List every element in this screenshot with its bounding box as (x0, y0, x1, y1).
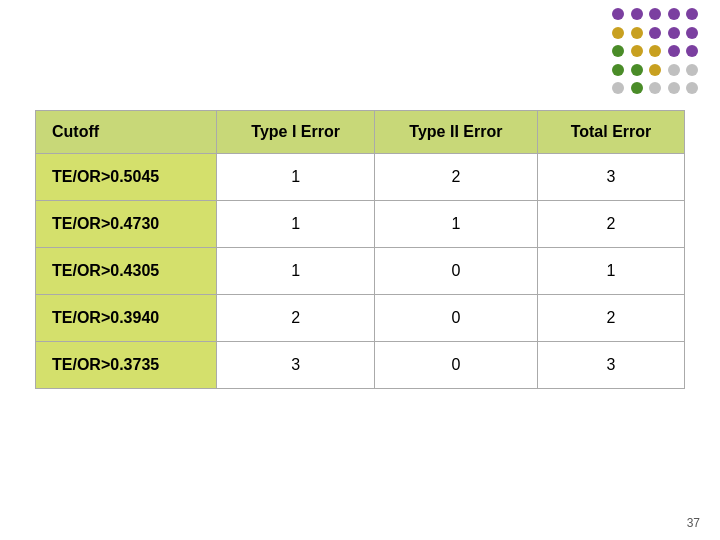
dot (686, 82, 698, 94)
cell-type2: 0 (374, 295, 537, 342)
table-header-row: Cutoff Type I Error Type II Error Total … (36, 111, 685, 154)
dot (686, 8, 698, 20)
dot (612, 45, 624, 57)
dot (668, 8, 680, 20)
dot (612, 8, 624, 20)
dot (631, 27, 643, 39)
header-type2: Type II Error (374, 111, 537, 154)
dot (612, 27, 624, 39)
dot (631, 45, 643, 57)
cell-type1: 1 (217, 201, 374, 248)
cell-type1: 1 (217, 248, 374, 295)
cell-total: 2 (537, 295, 684, 342)
cell-type1: 2 (217, 295, 374, 342)
dot (631, 82, 643, 94)
cell-type1: 1 (217, 154, 374, 201)
error-table: Cutoff Type I Error Type II Error Total … (35, 110, 685, 389)
table-row: TE/OR>0.3735303 (36, 342, 685, 389)
cell-total: 2 (537, 201, 684, 248)
dot (649, 8, 661, 20)
dot (668, 27, 680, 39)
cell-cutoff: TE/OR>0.3940 (36, 295, 217, 342)
dot (631, 8, 643, 20)
dot (649, 45, 661, 57)
dot (649, 82, 661, 94)
dot (612, 82, 624, 94)
cell-cutoff: TE/OR>0.5045 (36, 154, 217, 201)
dot (612, 64, 624, 76)
cell-total: 3 (537, 154, 684, 201)
table-row: TE/OR>0.4305101 (36, 248, 685, 295)
table-row: TE/OR>0.5045123 (36, 154, 685, 201)
data-table-container: Cutoff Type I Error Type II Error Total … (35, 110, 685, 389)
dot (631, 64, 643, 76)
dot (649, 64, 661, 76)
page-number: 37 (687, 516, 700, 530)
cell-cutoff: TE/OR>0.3735 (36, 342, 217, 389)
dot (649, 27, 661, 39)
cell-type1: 3 (217, 342, 374, 389)
dot (668, 64, 680, 76)
table-row: TE/OR>0.4730112 (36, 201, 685, 248)
cell-type2: 0 (374, 248, 537, 295)
dot (686, 64, 698, 76)
decorative-dots (612, 8, 702, 98)
dot (668, 45, 680, 57)
cell-type2: 0 (374, 342, 537, 389)
cell-cutoff: TE/OR>0.4305 (36, 248, 217, 295)
header-cutoff: Cutoff (36, 111, 217, 154)
cell-total: 1 (537, 248, 684, 295)
header-type1: Type I Error (217, 111, 374, 154)
dot (668, 82, 680, 94)
cell-type2: 1 (374, 201, 537, 248)
cell-total: 3 (537, 342, 684, 389)
header-total: Total Error (537, 111, 684, 154)
dot (686, 27, 698, 39)
cell-type2: 2 (374, 154, 537, 201)
cell-cutoff: TE/OR>0.4730 (36, 201, 217, 248)
table-row: TE/OR>0.3940202 (36, 295, 685, 342)
dot (686, 45, 698, 57)
